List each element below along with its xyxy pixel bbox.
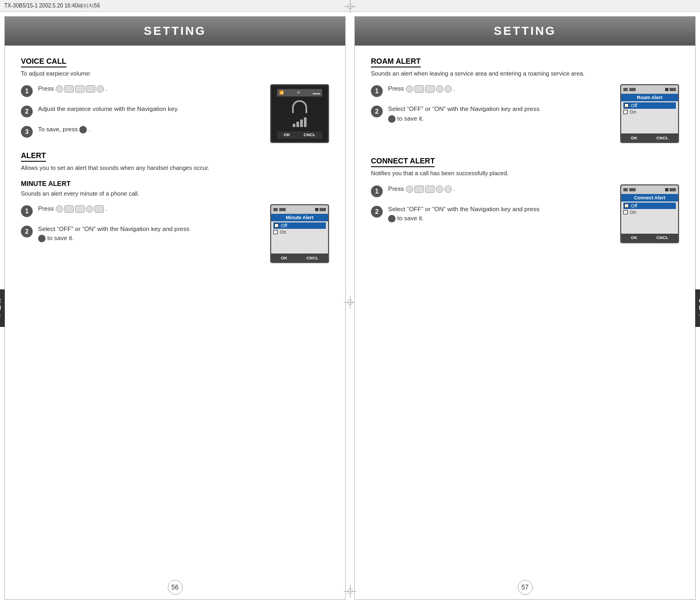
voice-step3-content: To save, press . [38, 125, 263, 134]
voice-step2-content: Adjust the earpiece volume with the Navi… [38, 105, 263, 114]
voice-call-title: VOICE CALL [21, 57, 66, 68]
connect-screen-title: Connect Alert [621, 194, 678, 202]
roam-alert-screen: Roam Alert Off On OK [620, 84, 679, 143]
minute-step-row: 1 Press [21, 204, 329, 263]
connect-key-icons [406, 185, 452, 193]
roam-alert-section: ROAM ALERT Sounds an alert when leaving … [371, 56, 679, 143]
minute-screen-title: Minute Alert [271, 214, 328, 221]
connect-step-row: 1 Press . [371, 184, 679, 243]
key-icon-1 [56, 85, 63, 93]
minute-screen-list: Off On [271, 221, 328, 253]
connect-alert-screen: Connect Alert Off On [620, 184, 679, 243]
key-icon-5 [96, 85, 104, 93]
headphone-icon [292, 100, 307, 113]
connect-screen-list: Off On [621, 202, 678, 234]
connect-step1-content: Press . [388, 184, 613, 193]
minute-key-icons [56, 205, 104, 213]
roam-screen-list: Off On [621, 101, 678, 133]
nav-key-roam [388, 115, 396, 123]
nav-key-minute [38, 235, 46, 242]
roam-step1-content: Press . [388, 84, 613, 93]
alert-title: ALERT [21, 151, 46, 162]
chapter-tab-left: C H 4 [0, 289, 5, 327]
connect-steps: 1 Press . [371, 184, 613, 231]
roam-screen-title: Roam Alert [621, 94, 678, 101]
roam-screen-bottom: OK CNCL [621, 133, 678, 142]
connect-step-2: 2 Select “OFF” or “ON” with the Navigati… [371, 205, 613, 223]
connect-step-circle-1: 1 [371, 185, 383, 197]
alert-desc: Allows you to set an alert that sounds w… [21, 164, 329, 172]
step-circle-1: 1 [21, 85, 33, 97]
voice-step1-content: Press . [38, 84, 263, 93]
page-right: C H 4 SETTING ROAM ALERT Sounds an alert… [354, 16, 696, 600]
right-page-content: ROAM ALERT Sounds an alert when leaving … [355, 56, 695, 580]
pages-container: C H 4 SETTING VOICE CALL To adjust earpi… [0, 12, 700, 604]
minute-alert-subtitle: MINUTE ALERT [21, 180, 329, 188]
roam-key-icons [406, 85, 452, 93]
voice-device-screen: 📶 ⚙ ▬▬ [270, 84, 329, 143]
voice-screen-content [292, 97, 307, 130]
roam-step-row: 1 Press . [371, 84, 679, 143]
minute-alert-section: MINUTE ALERT Sounds an alert every minut… [21, 180, 329, 263]
left-page-content: VOICE CALL To adjust earpiece volume: 1 … [5, 56, 345, 580]
key-icon-3 [75, 85, 85, 93]
connect-item-on: On [623, 209, 676, 215]
nav-key-save [79, 126, 87, 133]
connect-item-off: Off [623, 203, 676, 209]
minute-item-on: On [273, 229, 326, 235]
left-page-number: 56 [168, 580, 183, 595]
minute-status-bar [271, 205, 328, 214]
connect-step2-content: Select “OFF” or “ON” with the Navigation… [388, 205, 613, 223]
roam-steps: 1 Press . [371, 84, 613, 131]
step-circle-2: 2 [21, 106, 33, 117]
roam-status-bar [621, 85, 678, 94]
voice-call-section: VOICE CALL To adjust earpiece volume: 1 … [21, 56, 329, 145]
minute-alert-desc: Sounds an alert every minute of a phone … [21, 190, 329, 198]
nav-key-connect [388, 215, 396, 222]
minute-step-1: 1 Press [21, 204, 263, 217]
minute-item-off: Off [273, 222, 326, 229]
left-page-header: SETTING [5, 17, 345, 46]
top-bar-text: TX-30B5/15-1 2002.5.20 16:40페이지56 [4, 2, 100, 10]
connect-alert-desc: Notifies you that a call has been succes… [371, 169, 679, 177]
key-icon-4 [86, 85, 95, 93]
connect-status-bar [621, 185, 678, 194]
voice-call-desc: To adjust earpiece volume: [21, 70, 329, 78]
step-circle-3: 3 [21, 126, 33, 138]
voice-step-2: 2 Adjust the earpiece volume with the Na… [21, 105, 263, 117]
roam-step-circle-2: 2 [371, 106, 383, 117]
connect-step-1: 1 Press . [371, 184, 613, 197]
roam-step-1: 1 Press . [371, 84, 613, 97]
roam-step-circle-1: 1 [371, 85, 383, 97]
roam-item-off: Off [623, 102, 676, 109]
minute-step2-content: Select “OFF” or “ON” with the Navigation… [38, 225, 263, 243]
roam-alert-desc: Sounds an alert when leaving a service a… [371, 70, 679, 78]
connect-alert-title: CONNECT ALERT [371, 156, 435, 167]
chapter-tab-right: C H 4 [695, 289, 700, 327]
minute-screen-bottom: OK CNCL [271, 253, 328, 262]
voice-step-1: 1 Press [21, 84, 263, 97]
voice-step-row: 1 Press [21, 84, 329, 145]
minute-step-2: 2 Select “OFF” or “ON” with the Navigati… [21, 225, 263, 243]
key-icon-2 [64, 85, 74, 93]
roam-item-on: On [623, 109, 676, 115]
minute-step1-content: Press . [38, 204, 263, 213]
signal-bars [293, 116, 307, 127]
roam-alert-title: ROAM ALERT [371, 57, 421, 68]
connect-step-circle-2: 2 [371, 206, 383, 218]
alert-section: ALERT Allows you to set an alert that so… [21, 151, 329, 263]
minute-step-circle-2: 2 [21, 226, 33, 237]
right-page-number: 57 [518, 580, 533, 595]
minute-steps: 1 Press [21, 204, 263, 251]
minute-alert-screen: Minute Alert Off On [270, 204, 329, 263]
minute-step-circle-1: 1 [21, 205, 33, 217]
voice-step-3: 3 To save, press . [21, 125, 263, 138]
voice-key-icons-1 [56, 85, 104, 93]
page-left: C H 4 SETTING VOICE CALL To adjust earpi… [4, 16, 346, 600]
right-page-header: SETTING [355, 17, 695, 46]
roam-step-2: 2 Select “OFF” or “ON” with the Navigati… [371, 105, 613, 123]
connect-alert-section: CONNECT ALERT Notifies you that a call h… [371, 156, 679, 243]
roam-step2-content: Select “OFF” or “ON” with the Navigation… [388, 105, 613, 123]
connect-screen-bottom: OK CNCL [621, 234, 678, 242]
voice-steps: 1 Press [21, 84, 263, 145]
